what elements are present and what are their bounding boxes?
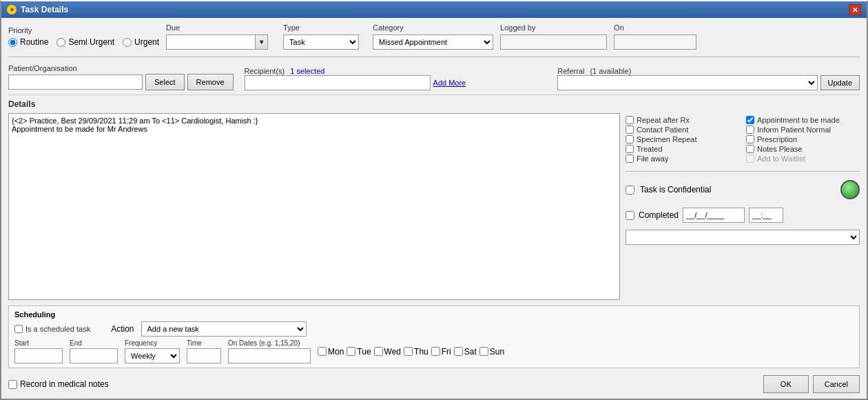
record-medical-notes-check[interactable]: Record in medical notes bbox=[8, 379, 109, 389]
completed-row: Completed bbox=[626, 205, 860, 226]
due-date-input[interactable]: 06/10/2021 10:59 bbox=[166, 34, 256, 50]
fri-check[interactable]: Fri bbox=[431, 347, 451, 357]
scheduling-section: Scheduling Is a scheduled task Action Ad… bbox=[8, 306, 860, 368]
close-button[interactable]: ✕ bbox=[849, 4, 861, 15]
frequency-select[interactable]: Weekly Daily Monthly bbox=[125, 348, 180, 363]
priority-label: Priority bbox=[8, 26, 159, 34]
update-button[interactable]: Update bbox=[820, 75, 860, 90]
record-medical-notes-label: Record in medical notes bbox=[20, 379, 109, 389]
sat-check[interactable]: Sat bbox=[454, 347, 477, 357]
referral-label: Referral bbox=[557, 67, 584, 75]
start-field: Start __/__/____ bbox=[14, 339, 63, 363]
prescription-check[interactable]: Prescription bbox=[746, 135, 860, 143]
task-confidential-label: Task is Confidential bbox=[640, 185, 711, 194]
right-panel: Repeat after Rx Appointment to be made C… bbox=[626, 113, 860, 300]
appointment-to-be-made-check[interactable]: Appointment to be made bbox=[746, 116, 860, 124]
end-date-input[interactable]: __/__/____ bbox=[70, 348, 118, 363]
category-select[interactable]: Missed Appointment bbox=[373, 34, 493, 50]
due-calendar-button[interactable]: ▼ bbox=[256, 34, 268, 50]
frequency-field: Frequency Weekly Daily Monthly bbox=[125, 339, 180, 363]
contact-patient-check[interactable]: Contact Patient bbox=[626, 126, 739, 134]
specimen-repeat-check[interactable]: Specimen Repeat bbox=[626, 135, 739, 143]
start-label: Start bbox=[14, 339, 63, 347]
details-label: Details bbox=[8, 99, 35, 109]
recipients-field: Recipient(s) 1 selected Cardiologist Ham… bbox=[245, 67, 547, 90]
bottom-row: Record in medical notes OK Cancel bbox=[8, 375, 860, 393]
type-label: Type bbox=[283, 23, 366, 32]
logged-by-label: Logged by bbox=[500, 23, 607, 32]
task-details-window: ✦ Task Details ✕ Priority Routine Semi U… bbox=[0, 0, 868, 400]
time-field: Time 00:00 bbox=[187, 339, 221, 363]
priority-radio-group: Routine Semi Urgent Urgent bbox=[8, 37, 159, 47]
content-area: Priority Routine Semi Urgent Urgent bbox=[1, 18, 867, 399]
tue-check[interactable]: Tue bbox=[347, 347, 371, 357]
category-field: Category Missed Appointment bbox=[373, 23, 493, 50]
on-label: On bbox=[614, 23, 696, 32]
window-title: Task Details bbox=[21, 5, 68, 14]
on-date-input: :/09/2021 10:59 bbox=[614, 34, 696, 50]
start-date-input[interactable]: __/__/____ bbox=[14, 348, 63, 363]
completed-dropdown[interactable] bbox=[626, 230, 860, 245]
treated-check[interactable]: Treated bbox=[626, 145, 739, 153]
patient-label: Patient/Organisation bbox=[8, 64, 234, 72]
window-icon: ✦ bbox=[7, 5, 17, 14]
file-away-check[interactable]: File away bbox=[626, 154, 739, 163]
time-label: Time bbox=[187, 339, 221, 347]
end-label: End bbox=[70, 339, 118, 347]
scheduling-row1: Is a scheduled task Action Add a new tas… bbox=[14, 321, 854, 337]
details-textarea[interactable]: {<2> Practice, Best 29/09/2021 11:29 am … bbox=[8, 113, 620, 300]
completed-time-input[interactable] bbox=[749, 208, 783, 223]
green-status-dot[interactable] bbox=[840, 180, 860, 199]
inform-patient-normal-check[interactable]: Inform Patient Normal bbox=[746, 126, 860, 134]
ok-cancel-buttons: OK Cancel bbox=[763, 375, 860, 393]
thu-check[interactable]: Thu bbox=[404, 347, 428, 357]
add-to-waitlist-check: Add to Waitlist bbox=[746, 154, 860, 163]
type-field: Type Task bbox=[283, 23, 366, 50]
is-scheduled-task-label: Is a scheduled task bbox=[25, 325, 90, 333]
priority-semi-urgent[interactable]: Semi Urgent bbox=[56, 37, 114, 47]
patient-input[interactable]: Arthur, Andrews bbox=[8, 74, 143, 90]
on-dates-input[interactable] bbox=[228, 348, 311, 363]
ok-button[interactable]: OK bbox=[763, 375, 809, 393]
select-button[interactable]: Select bbox=[145, 74, 185, 90]
completed-check[interactable] bbox=[626, 211, 634, 220]
time-input[interactable]: 00:00 bbox=[187, 348, 221, 363]
recipient-input[interactable]: Cardiologist Hamish bbox=[245, 75, 431, 90]
wed-check[interactable]: Wed bbox=[374, 347, 401, 357]
referral-avail: (1 available) bbox=[590, 67, 631, 75]
cancel-button[interactable]: Cancel bbox=[813, 375, 860, 393]
referral-select[interactable] bbox=[557, 75, 817, 90]
scheduling-row2: Start __/__/____ End __/__/____ Frequenc… bbox=[14, 339, 854, 363]
is-scheduled-task-check[interactable]: Is a scheduled task bbox=[14, 325, 90, 333]
logged-by-field: Logged by Practice Best bbox=[500, 23, 607, 50]
scheduling-title: Scheduling bbox=[14, 310, 854, 319]
priority-field: Priority Routine Semi Urgent Urgent bbox=[8, 26, 159, 47]
title-bar: ✦ Task Details ✕ bbox=[1, 1, 867, 18]
priority-routine[interactable]: Routine bbox=[8, 37, 48, 47]
day-checkboxes: Mon Tue Wed Thu Fri Sat Sun bbox=[318, 347, 504, 357]
completed-date-input[interactable] bbox=[683, 208, 745, 223]
frequency-label: Frequency bbox=[125, 339, 180, 347]
sun-check[interactable]: Sun bbox=[479, 347, 504, 357]
category-label: Category bbox=[373, 23, 493, 32]
on-dates-label: On Dates (e.g. 1,15,20) bbox=[228, 339, 311, 347]
recipients-count: 1 selected bbox=[290, 67, 324, 75]
due-label: Due bbox=[166, 23, 276, 32]
mon-check[interactable]: Mon bbox=[318, 347, 344, 357]
priority-urgent[interactable]: Urgent bbox=[123, 37, 159, 47]
repeat-after-rx-check[interactable]: Repeat after Rx bbox=[626, 116, 739, 124]
referral-field: Referral (1 available) Update bbox=[557, 67, 860, 90]
patient-field: Patient/Organisation Arthur, Andrews Sel… bbox=[8, 64, 234, 90]
task-confidential-row: Task is Confidential bbox=[626, 177, 860, 202]
action-select[interactable]: Add a new task bbox=[141, 321, 307, 337]
recipients-label: Recipient(s) bbox=[245, 67, 285, 75]
due-field: Due 06/10/2021 10:59 ▼ bbox=[166, 23, 276, 50]
logged-by-input: Practice Best bbox=[500, 34, 607, 50]
task-confidential-check[interactable] bbox=[626, 186, 634, 194]
add-more-button[interactable]: Add More bbox=[433, 79, 466, 87]
completed-label: Completed bbox=[639, 210, 679, 220]
on-dates-field: On Dates (e.g. 1,15,20) bbox=[228, 339, 311, 363]
remove-button[interactable]: Remove bbox=[187, 74, 234, 90]
notes-please-check[interactable]: Notes Please bbox=[746, 145, 860, 153]
type-select[interactable]: Task bbox=[283, 34, 359, 50]
